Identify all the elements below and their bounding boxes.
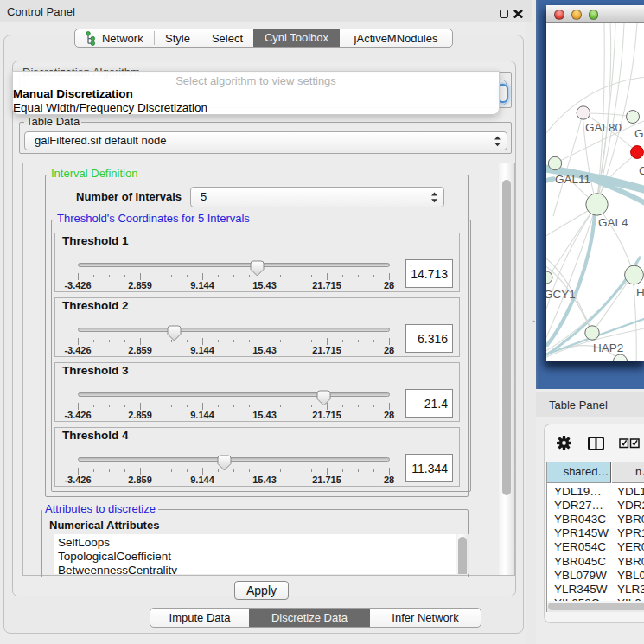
svg-text:HAP2: HAP2 [593,341,623,354]
svg-text:H: H [636,286,644,299]
svg-text:G: G [634,127,644,140]
svg-text:GAL4: GAL4 [598,216,628,229]
svg-text:C: C [639,164,644,177]
svg-text:GAL80: GAL80 [585,121,622,134]
svg-text:GAL11: GAL11 [555,173,590,186]
svg-text:GCY1: GCY1 [546,288,576,301]
